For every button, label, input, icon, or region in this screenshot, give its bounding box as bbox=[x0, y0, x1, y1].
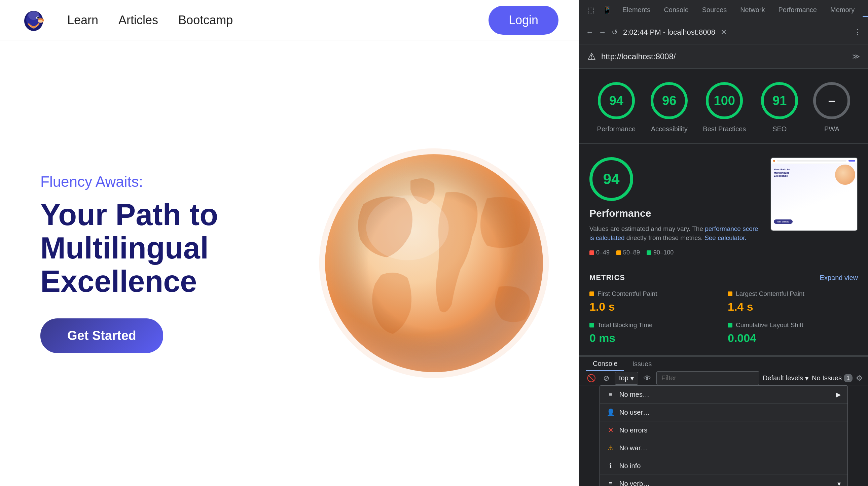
accessibility-score-label: Accessibility bbox=[651, 124, 688, 133]
top-dropdown-arrow: ▾ bbox=[630, 374, 634, 382]
performance-detail: 94 Performance Values are estimated and … bbox=[579, 144, 868, 263]
top-dropdown-label: top bbox=[619, 374, 628, 382]
dropdown-no-user[interactable]: 👤 No user… bbox=[600, 403, 847, 421]
url-clear-icon[interactable]: ✕ bbox=[721, 28, 727, 37]
tab-console-panel[interactable]: Console bbox=[586, 357, 624, 371]
devtools-urlbar: ← → ↺ 2:02:44 PM - localhost:8008 ✕ ⋮ bbox=[579, 20, 868, 44]
hero-subtitle: Fluency Awaits: bbox=[40, 173, 283, 190]
console-clear-icon[interactable]: 🚫 bbox=[585, 372, 598, 385]
default-levels-arrow: ▾ bbox=[805, 374, 808, 382]
logo[interactable] bbox=[20, 7, 47, 34]
svg-point-4 bbox=[28, 10, 39, 20]
console-filter-input[interactable] bbox=[656, 371, 760, 385]
metric-lcp: Largest Contentful Paint 1.4 s bbox=[728, 290, 858, 313]
default-levels-dropdown[interactable]: Default levels ▾ bbox=[763, 374, 808, 382]
devtools-inspect-icon[interactable]: ⬚ bbox=[585, 4, 597, 16]
expand-view-button[interactable]: Expand view bbox=[820, 274, 858, 282]
tab-issues-panel[interactable]: Issues bbox=[625, 358, 658, 370]
default-levels-label: Default levels bbox=[763, 374, 803, 382]
metrics-header: METRICS Expand view bbox=[589, 273, 858, 282]
score-best-practices[interactable]: 100 Best Practices bbox=[703, 82, 746, 133]
dropdown-info-label: No info bbox=[619, 462, 841, 470]
pwa-score-label: PWA bbox=[824, 124, 839, 133]
score-performance[interactable]: 94 Performance bbox=[597, 82, 636, 133]
url-display: 2:02:44 PM - localhost:8008 bbox=[623, 28, 715, 37]
console-settings-icon[interactable]: ⚙ bbox=[856, 374, 863, 383]
metric-tbt: Total Blocking Time 0 ms bbox=[589, 322, 720, 345]
console-dropdown: ≡ No mes… ▶ 👤 No user… ✕ No errors ⚠ No … bbox=[599, 385, 848, 486]
mini-globe bbox=[835, 164, 855, 185]
console-eye-icon[interactable]: 👁 bbox=[642, 372, 653, 385]
dropdown-no-errors[interactable]: ✕ No errors bbox=[600, 421, 847, 439]
globe-illustration bbox=[316, 145, 552, 381]
metric-lcp-value: 1.4 s bbox=[728, 300, 858, 313]
no-issues-label: No Issues bbox=[812, 374, 842, 382]
refresh-icon[interactable]: ↺ bbox=[612, 28, 618, 37]
globe-svg bbox=[316, 145, 552, 381]
tab-performance[interactable]: Performance bbox=[773, 3, 823, 17]
get-started-button[interactable]: Get Started bbox=[40, 318, 163, 353]
legend-range-red: 0–49 bbox=[596, 249, 610, 256]
metrics-grid: First Contentful Paint 1.0 s Largest Con… bbox=[589, 290, 858, 345]
mini-cta: Get Started bbox=[774, 219, 793, 224]
dropdown-error-icon: ✕ bbox=[607, 426, 615, 434]
dropdown-verbose-label: No verb… bbox=[619, 480, 833, 486]
navigation: Learn Articles Bootcamp Login bbox=[0, 0, 579, 40]
dropdown-warning-icon: ⚠ bbox=[607, 444, 615, 452]
devtools-device-icon[interactable]: 📱 bbox=[600, 4, 614, 16]
mini-dot-1 bbox=[773, 160, 775, 162]
dropdown-no-messages[interactable]: ≡ No mes… ▶ bbox=[600, 386, 847, 403]
website-panel: Learn Articles Bootcamp Login Fluency Aw… bbox=[0, 0, 579, 486]
dropdown-no-verbose[interactable]: ≡ No verb… ▾ bbox=[600, 475, 847, 486]
legend-red: 0–49 bbox=[589, 249, 610, 256]
performance-score-circle: 94 bbox=[598, 82, 635, 119]
top-context-dropdown[interactable]: top ▾ bbox=[615, 372, 638, 385]
dropdown-verbose-arrow: ▾ bbox=[837, 480, 841, 486]
legend-dot-green bbox=[647, 250, 651, 255]
metric-cls: Cumulative Layout Shift 0.004 bbox=[728, 322, 858, 345]
metric-fcp-value: 1.0 s bbox=[589, 300, 720, 313]
nav-learn[interactable]: Learn bbox=[67, 13, 98, 27]
best-practices-score-label: Best Practices bbox=[703, 124, 746, 133]
lh-url-more-icon[interactable]: ≫ bbox=[852, 52, 860, 61]
accessibility-score-circle: 96 bbox=[651, 82, 688, 119]
dropdown-error-label: No errors bbox=[619, 426, 841, 434]
forward-icon[interactable]: → bbox=[599, 28, 606, 37]
tab-console[interactable]: Console bbox=[658, 3, 694, 17]
console-section: Console Issues 🚫 ⊘ top ▾ 👁 Default level… bbox=[579, 357, 868, 486]
url-more-icon[interactable]: ⋮ bbox=[854, 28, 861, 37]
score-seo[interactable]: 91 SEO bbox=[761, 82, 798, 133]
score-accessibility[interactable]: 96 Accessibility bbox=[651, 82, 688, 133]
tab-memory[interactable]: Memory bbox=[825, 3, 860, 17]
mini-nav bbox=[771, 158, 857, 164]
tab-network[interactable]: Network bbox=[735, 3, 770, 17]
login-button[interactable]: Login bbox=[489, 6, 558, 35]
legend-range-green: 90–100 bbox=[653, 249, 674, 256]
nav-articles[interactable]: Articles bbox=[118, 13, 158, 27]
performance-legend: 0–49 50–89 90–100 bbox=[589, 249, 760, 256]
metrics-title: METRICS bbox=[589, 273, 625, 282]
performance-detail-score: 94 bbox=[589, 157, 633, 201]
perf-calculator-link[interactable]: See calculator. bbox=[705, 234, 747, 241]
dropdown-no-warnings[interactable]: ⚠ No war… bbox=[600, 439, 847, 457]
metric-cls-dot bbox=[728, 323, 733, 328]
score-pwa[interactable]: – PWA bbox=[813, 82, 850, 133]
performance-score-label: Performance bbox=[597, 124, 636, 133]
nav-bootcamp[interactable]: Bootcamp bbox=[178, 13, 233, 27]
lh-urlbar: ⚠ http://localhost:8008/ ≫ bbox=[579, 44, 868, 69]
dropdown-user-label: No user… bbox=[619, 408, 841, 416]
dropdown-no-info[interactable]: ℹ No info bbox=[600, 457, 847, 475]
tab-lighthouse[interactable]: Lighthouse bbox=[863, 3, 868, 17]
hero-text: Fluency Awaits: Your Path to Multilingua… bbox=[40, 173, 283, 353]
console-filter-icon[interactable]: ⊘ bbox=[601, 372, 611, 385]
metrics-section: METRICS Expand view First Contentful Pai… bbox=[579, 263, 868, 355]
metric-cls-name: Cumulative Layout Shift bbox=[728, 322, 858, 329]
performance-detail-desc: Values are estimated and may vary. The p… bbox=[589, 224, 760, 242]
tab-elements[interactable]: Elements bbox=[617, 3, 656, 17]
metric-tbt-dot bbox=[589, 323, 594, 328]
tab-sources[interactable]: Sources bbox=[697, 3, 732, 17]
hero-section: Fluency Awaits: Your Path to Multilingua… bbox=[0, 40, 579, 486]
back-icon[interactable]: ← bbox=[586, 28, 593, 37]
no-issues-count: 1 bbox=[844, 374, 852, 382]
devtools-panel: ⬚ 📱 Elements Console Sources Network Per… bbox=[579, 0, 868, 486]
